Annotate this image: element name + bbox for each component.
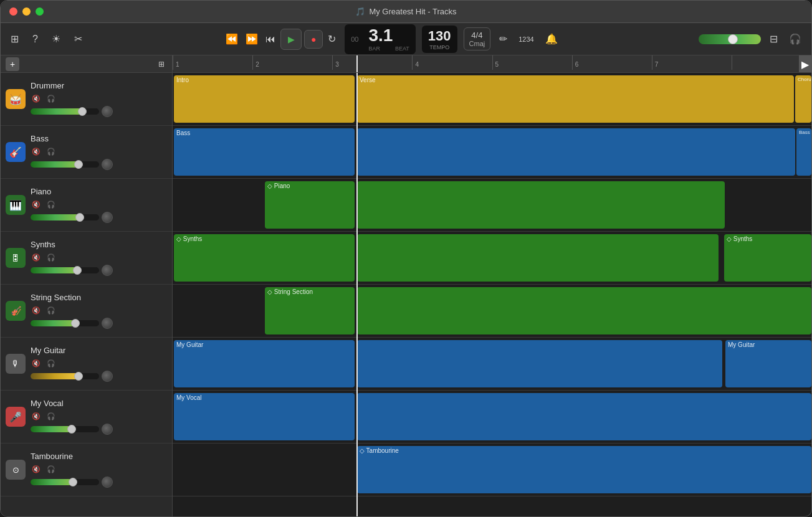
close-button[interactable]: [9, 7, 17, 16]
drummer-track-row[interactable]: Intro Verse Chorus: [173, 73, 811, 126]
guitar-segment-2[interactable]: [357, 340, 722, 387]
vocal-headphones-button[interactable]: 🎧: [45, 412, 57, 421]
strings-fader-track[interactable]: [31, 320, 99, 326]
tambourine-pan-knob[interactable]: [102, 477, 113, 488]
bass-seg1-waveform: [174, 136, 355, 174]
bass-fader-track[interactable]: [31, 161, 99, 168]
play-button[interactable]: ▶: [280, 29, 302, 50]
tambourine-fader-track[interactable]: [31, 479, 99, 485]
guitar-mute-button[interactable]: 🔇: [31, 359, 42, 368]
pencil-tool-button[interactable]: ✏: [497, 31, 510, 47]
tambourine-segment-1[interactable]: ◇ Tambourine: [357, 446, 811, 493]
bass-segment-3[interactable]: Bass: [796, 128, 811, 176]
vocal-segment-2[interactable]: [357, 393, 811, 440]
tuner-button[interactable]: 🔔: [543, 31, 560, 47]
strings-fader-group: [31, 318, 167, 329]
vocal-fader-track[interactable]: [31, 426, 99, 432]
bar-prefix: 00: [351, 36, 358, 43]
scissors-button[interactable]: ✂: [72, 31, 85, 47]
strings-mute-button[interactable]: 🔇: [31, 306, 42, 315]
synths-pan-knob[interactable]: [102, 265, 113, 276]
drummer-mute-button[interactable]: 🔇: [31, 94, 42, 103]
timeline-ruler: 1 2 3 4 5 6 7 ▶: [173, 55, 811, 73]
drummer-chorus-segment[interactable]: Chorus: [795, 75, 811, 123]
synths-fader-track[interactable]: [31, 267, 99, 273]
synths-segment-2[interactable]: [357, 234, 719, 282]
lcd-button[interactable]: ⊟: [767, 31, 780, 47]
guitar-segment-1[interactable]: My Guitar: [174, 340, 355, 387]
synths-segment-1[interactable]: ◇ Synths: [174, 234, 355, 282]
drummer-headphones-button[interactable]: 🎧: [45, 94, 57, 103]
record-button[interactable]: ●: [304, 30, 323, 49]
piano-mute-button[interactable]: 🔇: [31, 200, 42, 209]
vocal-pan-knob[interactable]: [102, 424, 113, 435]
drummer-intro-segment[interactable]: Intro: [174, 75, 355, 123]
loop-button[interactable]: ↻: [325, 31, 338, 47]
master-volume-slider[interactable]: [699, 34, 761, 44]
guitar-track-info: My Guitar 🔇 🎧: [31, 346, 167, 382]
bar-beat-display: 3.1 BAR BEAT: [368, 27, 409, 52]
time-signature-display[interactable]: 4/4 Cmaj: [464, 27, 491, 50]
rewind-button[interactable]: ⏪: [223, 31, 241, 47]
synths-headphones-button[interactable]: 🎧: [45, 253, 57, 262]
strings-headphones-button[interactable]: 🎧: [45, 306, 57, 315]
guitar-headphones-button[interactable]: 🎧: [45, 359, 57, 368]
headphones-button[interactable]: 🎧: [786, 31, 804, 47]
bass-segment-2[interactable]: [357, 128, 795, 176]
string-section-track-row[interactable]: ◇ String Section: [173, 285, 811, 338]
guitar-track-row[interactable]: My Guitar My Guitar: [173, 338, 811, 391]
guitar-pan-knob[interactable]: [102, 371, 113, 382]
string-segment-2[interactable]: [357, 287, 811, 334]
smart-controls-toggle[interactable]: ⊞: [156, 57, 167, 71]
library-button[interactable]: ⊞: [8, 31, 21, 47]
string-segment-1[interactable]: ◇ String Section: [265, 287, 355, 334]
tambourine-track-row[interactable]: ◇ Tambourine: [173, 443, 811, 496]
scroll-right[interactable]: ▶: [799, 55, 811, 73]
fast-forward-button[interactable]: ⏩: [243, 31, 260, 47]
guitar-segment-3[interactable]: My Guitar: [725, 340, 811, 387]
synths-segment-3[interactable]: ◇ Synths: [724, 234, 811, 282]
daw-icon: 🎵: [355, 7, 365, 16]
tambourine-headphones-button[interactable]: 🎧: [45, 465, 57, 474]
minimize-button[interactable]: [22, 7, 31, 16]
strings-pan-knob[interactable]: [102, 318, 113, 329]
bass-mute-button[interactable]: 🔇: [31, 147, 42, 156]
vocal-segment-1[interactable]: My Vocal: [174, 393, 355, 440]
help-button[interactable]: ?: [30, 31, 41, 47]
bass-track-row[interactable]: Bass Bass: [173, 126, 811, 179]
piano-segment-1[interactable]: ◇ Piano: [265, 181, 355, 229]
bass-fader-group: [31, 159, 167, 170]
synths-track-row[interactable]: ◇ Synths ◇ Synths: [173, 232, 811, 285]
bass-headphones-button[interactable]: 🎧: [45, 147, 57, 156]
guitar-icon: 🎙: [6, 354, 26, 374]
synths-track-info: Synths 🔇 🎧: [31, 240, 167, 276]
vocal-mute-button[interactable]: 🔇: [31, 412, 42, 421]
skip-back-button[interactable]: ⏮: [263, 31, 278, 47]
vocal-track-row[interactable]: My Vocal: [173, 391, 811, 443]
bass-segment-1[interactable]: Bass: [174, 128, 355, 176]
vocal-track-controls: 🔇 🎧: [31, 412, 167, 421]
bass-pan-knob[interactable]: [102, 159, 113, 170]
smart-controls-button[interactable]: ☀: [49, 31, 63, 47]
piano-segment-2[interactable]: [357, 181, 725, 229]
drummer-icon: 🥁: [6, 89, 26, 109]
drummer-fader-track[interactable]: [31, 108, 99, 115]
fullscreen-button[interactable]: [36, 7, 44, 16]
ruler-mark-6: 6: [572, 55, 652, 70]
piano-headphones-button[interactable]: 🎧: [45, 200, 57, 209]
guitar-fader-track[interactable]: [31, 373, 99, 379]
strings-track-name: String Section: [31, 293, 167, 302]
add-track-button[interactable]: +: [6, 57, 19, 71]
piano-pan-knob[interactable]: [102, 212, 113, 223]
tambourine-mute-button[interactable]: 🔇: [31, 465, 42, 474]
piano-fader-group: [31, 212, 167, 223]
piano-track-row[interactable]: ◇ Piano: [173, 179, 811, 232]
tempo-display[interactable]: 130 TEMPO: [422, 26, 457, 53]
piano-fader-track[interactable]: [31, 214, 99, 221]
abcd-button[interactable]: 1234: [516, 33, 536, 45]
strings-fader-fill: [31, 320, 75, 326]
drummer-pan-knob[interactable]: [102, 106, 113, 117]
synths-mute-button[interactable]: 🔇: [31, 253, 42, 262]
drummer-verse-segment[interactable]: Verse: [357, 75, 794, 123]
bass-track-info: Bass 🔇 🎧: [31, 134, 167, 170]
